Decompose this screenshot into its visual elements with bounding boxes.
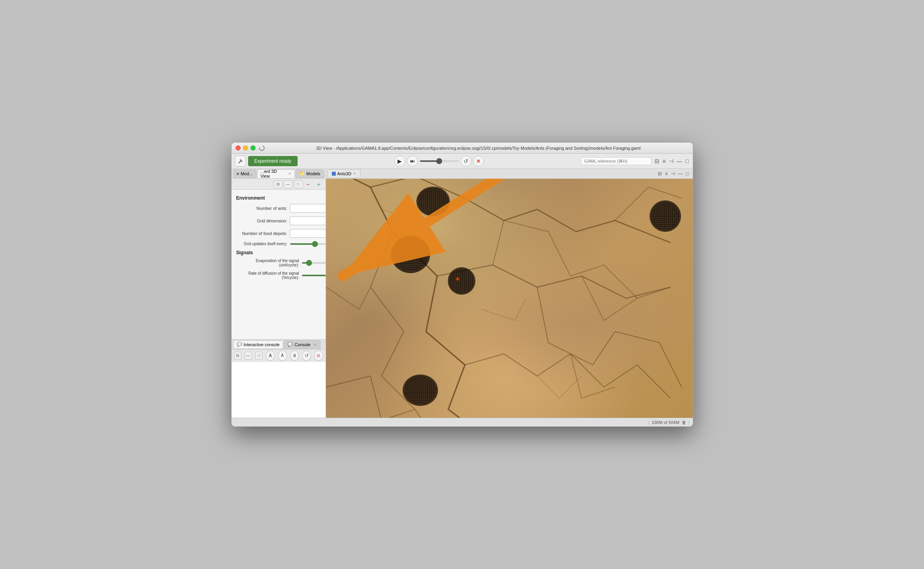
traffic-lights [236,145,256,151]
3dview-tab-close[interactable]: ✕ [288,172,291,176]
3d-canvas[interactable] [326,179,693,418]
nest-patch-2 [650,200,681,232]
add-button[interactable]: + [315,180,323,188]
grid-dim-input[interactable]: 100 [290,217,326,225]
param-row-grid: Grid dimension: 100 [236,217,321,225]
loading-icon [259,145,265,151]
console-pause-btn[interactable]: ⏸ [290,351,299,361]
refresh-button[interactable]: ↺ [460,156,471,167]
console-icon: 💬 [287,342,293,347]
console-label: Console [295,342,310,347]
minimize-button[interactable] [243,145,248,151]
font-size-decrease-btn[interactable]: A [278,351,287,361]
search-input[interactable] [581,157,652,165]
tab-3dview[interactable]: ...ent 3D View ✕ [257,169,295,178]
console-min-btn[interactable]: — [245,352,252,360]
collapse-icon[interactable]: ⊣ [668,157,674,165]
view-min-icon[interactable]: — [677,170,683,177]
minimize-icon[interactable]: — [676,157,683,165]
playback-controls: ▶ ⏭ ↺ ✕ [394,156,484,167]
environment-section-header: Environment [236,195,321,201]
crack-overlay [326,179,693,418]
param-row-evaporation: Evaporation of the signal (unit/cycle): [236,259,321,267]
diffusion-label: Rate of diffusion of the signal (%/cycle… [236,271,299,280]
statusbar-sep-left: | [648,420,649,425]
tab-console[interactable]: 💬 Console ✕ [284,340,320,349]
panel-toolbar: ⊟ — □ ← + [232,179,326,190]
tab-ants3d[interactable]: Ants3D ✕ [328,169,361,178]
evaporation-slider[interactable] [302,262,326,264]
evaporation-label: Evaporation of the signal (unit/cycle): [236,259,299,267]
speed-slider[interactable] [420,160,459,162]
statusbar: | 330M of 504M 🗑 | [232,418,693,426]
tab-models[interactable]: 📁 Models [296,169,324,178]
expand-icon[interactable]: □ [685,157,689,165]
nest-patch-4 [448,267,475,295]
left-panel: ≡ Mod... ...ent 3D View ✕ 📁 Models ⊟ — □… [232,169,326,418]
main-window: 3D View - /Applications/GAMA1.8.app/Cont… [231,142,693,427]
layout-icon[interactable]: ≡ [662,157,666,165]
console-tabs: 💬 Interactive console 💬 Console ✕ [232,340,326,350]
console-refresh-btn[interactable]: ↺ [302,351,311,361]
food-depots-input[interactable]: 5 [290,229,326,238]
tab-interactive-console[interactable]: 💬 Interactive console [233,340,283,349]
right-panel: Ants3D ✕ ⊟ ≡ ⊣ — □ [326,169,693,418]
console-collapse-btn[interactable]: ⊟ [234,352,241,360]
titlebar: 3D View - /Applications/GAMA1.8.app/Cont… [232,143,693,154]
step-button[interactable]: ⏭ [407,156,418,167]
tab-model[interactable]: ≡ Mod... [233,169,256,178]
view-collapse-icon[interactable]: ⊣ [670,170,676,177]
view-expand-icon[interactable]: □ [685,170,689,177]
view-layout-icon[interactable]: ≡ [664,170,668,177]
grid-dim-label: Grid dimension: [236,218,287,223]
params-panel: Environment Number of ants: Grid dimensi… [232,190,326,339]
console-stop-btn[interactable]: ⊘ [314,351,323,361]
num-ants-label: Number of ants: [236,206,287,211]
3dview-tab-label: ...ent 3D View [261,169,287,178]
edit-icon-button[interactable] [235,156,246,167]
memory-usage: 330M of 504M [652,420,679,425]
pencil-icon [237,158,243,164]
trash-icon[interactable]: 🗑 [682,420,686,425]
panel-tabs: ≡ Mod... ...ent 3D View ✕ 📁 Models [232,169,326,179]
earth-background [326,179,693,418]
back-button[interactable]: ← [304,180,313,188]
minimize-panel-btn[interactable]: — [284,180,293,188]
view-toolbar-right: ⊟ ≡ ⊣ — □ [657,170,689,177]
experiment-ready-button[interactable]: Experiment ready [248,156,298,166]
param-row-ants: Number of ants: [236,204,321,213]
ants3d-tab-label: Ants3D [337,171,352,176]
param-row-grid-update: Grid updates itself every: [100] e [236,242,321,246]
food-depots-label: Number of food depots: [236,231,287,236]
statusbar-sep-right: | [688,420,690,425]
close-button[interactable] [236,145,241,151]
interactive-console-label: Interactive console [244,342,280,347]
console-expand-btn[interactable]: □ [255,352,263,360]
grid-update-slider[interactable] [290,243,326,245]
filter-icon[interactable]: ⊟ [654,157,660,165]
ant-dot [456,277,460,281]
toolbar-right-icons: ⊟ ≡ ⊣ — □ [654,157,690,165]
grid-update-label: Grid updates itself every: [236,242,287,246]
console-content [232,362,326,418]
svg-point-0 [260,146,264,151]
ants3d-tab-close[interactable]: ✕ [353,172,356,176]
main-toolbar: Experiment ready ▶ ⏭ ↺ ✕ ⊟ ≡ ⊣ — □ [232,154,693,169]
main-content: ≡ Mod... ...ent 3D View ✕ 📁 Models ⊟ — □… [232,169,693,418]
play-button[interactable]: ▶ [394,156,405,167]
expand-panel-btn[interactable]: □ [294,180,303,188]
diffusion-slider[interactable] [302,275,326,276]
models-tab-label: Models [306,171,320,176]
num-ants-input[interactable] [290,204,326,213]
interactive-console-icon: 💬 [237,342,242,347]
collapse-panel-btn[interactable]: ⊟ [274,180,282,188]
window-title: 3D View - /Applications/GAMA1.8.app/Cont… [268,146,689,151]
stop-button[interactable]: ✕ [473,156,484,167]
console-tab-close[interactable]: ✕ [314,343,317,347]
nest-patch-3 [391,236,430,273]
view-filter-icon[interactable]: ⊟ [657,170,663,177]
font-size-increase-btn[interactable]: A [266,351,275,361]
maximize-button[interactable] [250,145,256,151]
model-tab-icon: ≡ [237,171,239,176]
model-tab-label: Mod... [241,171,253,176]
